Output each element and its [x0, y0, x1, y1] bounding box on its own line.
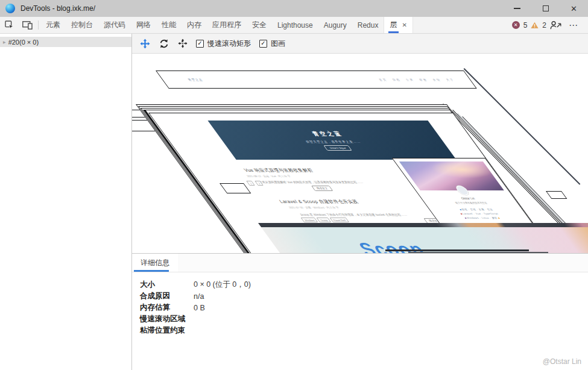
error-badge-icon[interactable]: ✕	[512, 21, 520, 29]
read-more-button: 阅读全文	[311, 186, 334, 191]
footer-strip	[258, 223, 588, 227]
tag-chip: Windows	[300, 218, 318, 222]
article-tags: Windows Scoop PowerShell	[300, 218, 349, 222]
warning-count: 2	[542, 21, 546, 30]
site-nav-links: 首页 归档 分类 标签 友链 关于	[378, 78, 455, 81]
layer-outline	[220, 183, 251, 193]
profile-name: Otstar Lin	[425, 196, 511, 200]
article-meta: 2021-08-12 · 前端 · Vue · 约 1.2k 字	[246, 175, 292, 178]
detail-label: 慢速滚动区域	[140, 314, 194, 324]
tab-network[interactable]: 网络	[131, 17, 156, 33]
tab-sources[interactable]: 源代码	[98, 17, 131, 33]
window-controls: ✕	[503, 0, 588, 17]
hero-title: 青空之蓝	[310, 130, 344, 138]
status-badges: ✕ 5 2 ⋯	[512, 17, 588, 33]
profile-tags: 前端 · 后端 · 折腾 · 生活 Laravel · Vue · TypeSc…	[432, 207, 526, 221]
paints-label: 图画	[271, 39, 285, 49]
devtools-window: DevTools - blog.ixk.me/ ✕ 元素 控制台 源代码 网络 …	[0, 0, 588, 370]
layers-3d-viewport[interactable]: 青空之蓝 首页 归档 分类 标签 友链 关于 青	[132, 54, 588, 253]
hero-button: Otstar's Segue	[323, 145, 352, 151]
tab-layers-label: 层	[390, 20, 397, 30]
detail-row: 大小 0 × 0 (位于 0，0)	[140, 279, 588, 290]
article-meta: 2021-07-30 · 折腾 · Windows · 约 2.3k 字	[288, 206, 340, 209]
detail-value: 0 B	[194, 304, 205, 312]
article-excerpt: 本文将从源码层面解析 Vue 的响应式原理，以及依赖收集与派发更新的过程……	[254, 180, 400, 184]
main-area: ▶ #20(0 × 0) ✓ 慢速滚动矩形 ✓ 图画	[0, 34, 588, 370]
paints-checkbox-group[interactable]: ✓ 图画	[259, 39, 285, 49]
layer-outline	[546, 191, 567, 199]
layer-tree-item[interactable]: ▶ #20(0 × 0)	[0, 37, 131, 47]
detail-label: 大小	[140, 280, 194, 290]
maximize-button[interactable]	[531, 0, 560, 17]
article-title: Laravel & Scoop 自建软件仓库实践	[278, 199, 360, 205]
tab-augury[interactable]: Augury	[318, 17, 352, 33]
tab-lighthouse[interactable]: Lighthouse	[272, 17, 318, 33]
tag-chip: PowerShell	[329, 218, 349, 222]
detail-label: 内存估算	[140, 303, 194, 313]
warning-icon[interactable]	[531, 22, 539, 29]
details-body: 大小 0 × 0 (位于 0，0) 合成原因 n/a 内存估算 0 B 慢速滚动…	[132, 272, 588, 336]
layer-tree-sidebar: ▶ #20(0 × 0)	[0, 34, 132, 370]
slow-scroll-checkbox-group[interactable]: ✓ 慢速滚动矩形	[196, 39, 251, 49]
paints-checkbox[interactable]: ✓	[259, 40, 267, 48]
tab-close-icon[interactable]: ✕	[402, 22, 406, 28]
tab-redux[interactable]: Redux	[352, 17, 384, 33]
slow-scroll-checkbox[interactable]: ✓	[196, 40, 204, 48]
layer-item-label: #20(0 × 0)	[8, 39, 39, 46]
tabbar-separator	[38, 20, 39, 30]
more-menu-button[interactable]: ⋯	[566, 20, 581, 31]
tab-elements[interactable]: 元素	[40, 17, 66, 33]
close-button[interactable]: ✕	[560, 0, 588, 17]
detail-row: 慢速滚动区域	[140, 313, 588, 325]
feedback-person-icon[interactable]	[550, 20, 562, 30]
inspect-element-button[interactable]	[0, 17, 18, 33]
tab-application[interactable]: 应用程序	[207, 17, 247, 33]
tab-console[interactable]: 控制台	[66, 17, 98, 33]
tab-security[interactable]: 安全	[247, 17, 272, 33]
edge-logo-icon	[5, 4, 15, 13]
detail-row: 内存估算 0 B	[140, 302, 588, 313]
inspect-icon	[5, 20, 14, 30]
hero-banner: 青空之蓝 仰望天空之蓝，感受世界之美…… Otstar's Segue	[207, 121, 456, 160]
error-count: 5	[523, 21, 528, 30]
article-excerpt: Scoop 是 Windows 下的命令行包管理器，本文记录自建 bucket …	[299, 213, 450, 216]
tab-performance[interactable]: 性能	[156, 17, 182, 33]
tab-memory[interactable]: 内存	[182, 17, 207, 33]
pager-chip: 1	[246, 181, 255, 186]
detail-row: 粘滞位置约束	[140, 325, 588, 336]
expander-icon[interactable]: ▶	[3, 40, 6, 44]
tab-layers[interactable]: 层 ✕	[384, 17, 413, 33]
details-tabbar: 详细信息	[132, 254, 588, 272]
titlebar: DevTools - blog.ixk.me/ ✕	[0, 0, 588, 17]
device-toolbar-icon	[22, 21, 33, 30]
devtools-tabbar: 元素 控制台 源代码 网络 性能 内存 应用程序 安全 Lighthouse A…	[0, 17, 588, 34]
minimize-button[interactable]	[503, 0, 531, 17]
reset-transform-icon[interactable]	[178, 39, 188, 48]
detail-value: n/a	[194, 292, 204, 301]
close-icon: ✕	[571, 5, 577, 13]
rotate-mode-icon[interactable]	[159, 39, 169, 49]
layer-edge-line	[408, 252, 548, 253]
maximize-icon	[543, 5, 549, 11]
article-title: Vue 响应式原理与依赖收集解析	[242, 168, 315, 174]
detail-row: 合成原因 n/a	[140, 290, 588, 302]
window-title: DevTools - blog.ixk.me/	[21, 4, 95, 13]
pan-mode-icon[interactable]	[140, 39, 150, 49]
detail-label: 粘滞位置约束	[140, 325, 194, 336]
minimize-icon	[514, 8, 520, 9]
profile-artwork-image	[399, 161, 504, 190]
watermark: @Otstar Lin	[543, 357, 581, 366]
site-brand: 青空之蓝	[187, 78, 204, 81]
layer-edge-line	[385, 249, 529, 251]
device-toolbar-button[interactable]	[18, 17, 36, 33]
tab-details[interactable]: 详细信息	[132, 254, 178, 272]
detail-label: 合成原因	[140, 291, 194, 301]
detail-value: 0 × 0 (位于 0，0)	[194, 280, 251, 290]
hero-subtitle: 仰望天空之蓝，感受世界之美……	[305, 140, 361, 143]
profile-description: 致力于分享有趣的技术与生活	[428, 201, 514, 205]
navbar-layer[interactable]: 青空之蓝 首页 归档 分类 标签 友链 关于	[156, 71, 477, 89]
slow-scroll-label: 慢速滚动矩形	[207, 39, 251, 49]
tag-chip: Scoop	[317, 218, 331, 222]
details-pane: 详细信息 大小 0 × 0 (位于 0，0) 合成原因 n/a 内存估算 0 B	[132, 253, 588, 370]
layers-pane: ✓ 慢速滚动矩形 ✓ 图画 青空之蓝 首页 归档 分类 标签 友链 关于	[132, 34, 588, 370]
